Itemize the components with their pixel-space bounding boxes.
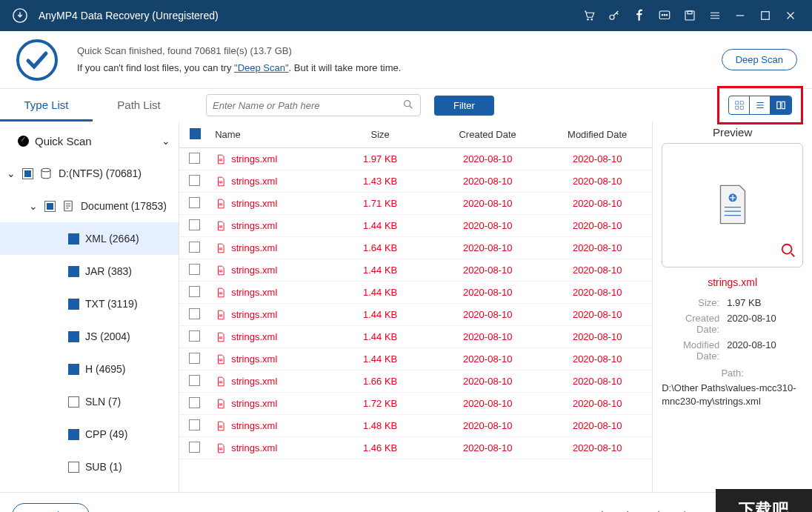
row-checkbox[interactable] <box>189 242 200 253</box>
sidebar-item[interactable]: H (4695) <box>0 353 179 385</box>
col-name[interactable]: Name <box>209 129 327 140</box>
svg-point-22 <box>782 245 792 254</box>
sidebar-item[interactable]: CPP (49) <box>0 418 179 451</box>
table-row[interactable]: strings.xml1.44 KB2020-08-102020-08-10 <box>179 348 652 370</box>
deep-scan-button[interactable]: Deep Scan <box>722 49 797 70</box>
table-row[interactable]: strings.xml1.46 KB2020-08-102020-08-10 <box>179 437 652 459</box>
sidebar-item[interactable]: JS (2004) <box>0 320 179 353</box>
minimize-icon[interactable] <box>728 0 753 31</box>
table-row[interactable]: strings.xml1.66 KB2020-08-102020-08-10 <box>179 370 652 393</box>
file-size: 1.72 KB <box>327 398 433 409</box>
sidebar-item[interactable]: SLN (7) <box>0 385 179 418</box>
deep-scan-link[interactable]: "Deep Scan" <box>234 62 289 73</box>
row-checkbox[interactable] <box>189 353 200 364</box>
row-checkbox[interactable] <box>189 397 200 408</box>
table-row[interactable]: strings.xml1.43 KB2020-08-102020-08-10 <box>179 170 652 193</box>
maximize-icon[interactable] <box>753 0 778 31</box>
table-row[interactable]: strings.xml1.64 KB2020-08-102020-08-10 <box>179 237 652 259</box>
checkbox-indeterminate[interactable] <box>22 168 33 179</box>
table-row[interactable]: strings.xml1.71 KB2020-08-102020-08-10 <box>179 193 652 215</box>
cart-icon[interactable] <box>576 0 602 31</box>
row-checkbox[interactable] <box>189 197 200 208</box>
back-button[interactable]: Back <box>12 503 90 513</box>
row-checkbox[interactable] <box>189 175 200 186</box>
table-row[interactable]: strings.xml1.97 KB2020-08-102020-08-10 <box>179 148 652 170</box>
checkbox[interactable] <box>68 233 79 245</box>
table-row[interactable]: strings.xml1.44 KB2020-08-102020-08-10 <box>179 282 652 304</box>
file-created: 2020-08-10 <box>433 220 542 231</box>
tab-type-list[interactable]: Type List <box>0 89 93 122</box>
preview-filename: strings.xml <box>662 276 803 288</box>
table-row[interactable]: strings.xml1.44 KB2020-08-102020-08-10 <box>179 304 652 326</box>
sidebar-item[interactable]: SUB (1) <box>0 451 179 483</box>
facebook-icon[interactable] <box>627 0 652 31</box>
file-table: Name Size Created Date Modified Date str… <box>179 122 653 492</box>
filter-button[interactable]: Filter <box>434 96 494 116</box>
row-checkbox[interactable] <box>189 286 200 297</box>
sidebar-item-label: JS (2004) <box>85 330 130 342</box>
row-checkbox[interactable] <box>189 442 200 453</box>
file-size: 1.43 KB <box>327 176 433 187</box>
checkbox[interactable] <box>68 429 79 440</box>
sidebar-drive[interactable]: ⌄ D:(NTFS) (70681) <box>0 157 179 190</box>
checkbox[interactable] <box>68 462 79 473</box>
row-checkbox[interactable] <box>189 264 200 275</box>
close-icon[interactable] <box>778 0 803 31</box>
table-row[interactable]: strings.xml1.44 KB2020-08-102020-08-10 <box>179 259 652 282</box>
search-icon[interactable] <box>402 99 414 113</box>
sidebar-item[interactable]: TXT (3119) <box>0 287 179 320</box>
checkbox[interactable] <box>68 266 79 277</box>
file-name: strings.xml <box>231 242 277 253</box>
xml-file-icon <box>215 353 227 366</box>
search-input[interactable] <box>213 100 402 111</box>
table-row[interactable]: strings.xml1.44 KB2020-08-102020-08-10 <box>179 326 652 348</box>
sidebar-item[interactable]: JAR (383) <box>0 255 179 287</box>
row-checkbox[interactable] <box>189 375 200 386</box>
row-checkbox[interactable] <box>189 330 200 342</box>
file-size: 1.48 KB <box>327 420 433 431</box>
sidebar-item[interactable]: XML (2664) <box>0 222 179 255</box>
feedback-icon[interactable] <box>652 0 677 31</box>
save-icon[interactable] <box>677 0 702 31</box>
menu-icon[interactable] <box>702 0 728 31</box>
zoom-icon[interactable] <box>780 242 796 261</box>
table-row[interactable]: strings.xml1.44 KB2020-08-102020-08-10 <box>179 215 652 237</box>
chevron-down-icon[interactable]: ⌄ <box>159 135 173 147</box>
file-name: strings.xml <box>231 398 277 409</box>
xml-file-icon <box>215 264 227 277</box>
col-created[interactable]: Created Date <box>433 129 542 140</box>
file-size: 1.46 KB <box>327 442 433 453</box>
svg-point-12 <box>405 100 410 106</box>
xml-file-icon <box>215 286 227 299</box>
row-checkbox[interactable] <box>189 219 200 230</box>
checkbox-indeterminate[interactable] <box>44 201 56 212</box>
file-size: 1.97 KB <box>327 153 433 164</box>
svg-rect-9 <box>688 11 692 14</box>
checkbox[interactable] <box>68 331 79 342</box>
table-row[interactable]: strings.xml1.48 KB2020-08-102020-08-10 <box>179 415 652 437</box>
row-checkbox[interactable] <box>189 153 200 164</box>
xml-file-icon <box>215 330 227 344</box>
sidebar-document-label: Document (17853) <box>81 200 167 212</box>
col-modified[interactable]: Modified Date <box>542 129 652 140</box>
key-icon[interactable] <box>602 0 627 31</box>
table-row[interactable]: strings.xml1.72 KB2020-08-102020-08-10 <box>179 393 652 415</box>
row-checkbox[interactable] <box>189 308 200 319</box>
tab-path-list[interactable]: Path List <box>93 89 185 122</box>
col-size[interactable]: Size <box>327 129 433 140</box>
checkbox[interactable] <box>68 299 79 310</box>
chevron-down-icon[interactable]: ⌄ <box>4 167 18 179</box>
search-box[interactable] <box>206 94 421 116</box>
checkbox[interactable] <box>68 396 79 408</box>
row-checkbox[interactable] <box>189 419 200 430</box>
file-created: 2020-08-10 <box>433 265 542 276</box>
checkbox[interactable] <box>68 364 79 375</box>
sidebar-document[interactable]: ⌄ Document (17853) <box>0 190 179 222</box>
select-all-checkbox[interactable] <box>190 128 201 139</box>
chevron-down-icon[interactable]: ⌄ <box>27 200 40 212</box>
list-view-icon[interactable] <box>750 96 771 114</box>
grid-view-icon[interactable] <box>729 96 750 114</box>
sidebar-quickscan[interactable]: ✓ Quick Scan ⌄ <box>0 124 179 157</box>
detail-view-icon[interactable] <box>771 96 791 114</box>
svg-point-2 <box>591 19 593 21</box>
